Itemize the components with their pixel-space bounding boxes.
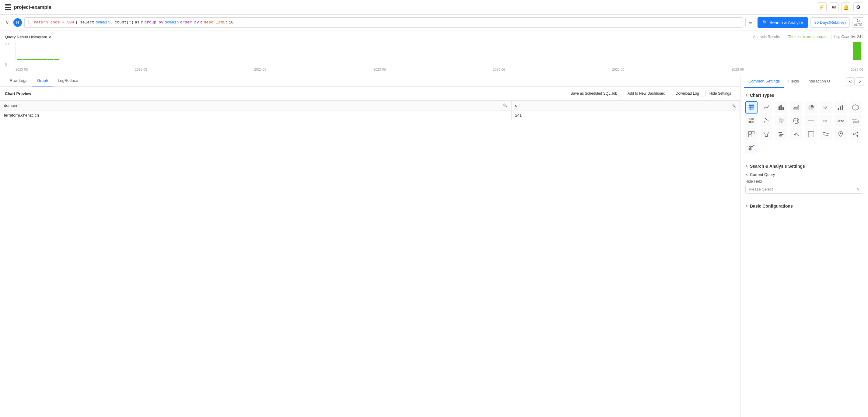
china-map-type[interactable] — [775, 115, 787, 127]
hexagon-chart-type[interactable] — [849, 101, 862, 114]
current-query-header[interactable]: ∧ Current Query — [745, 172, 863, 177]
search-col-domain[interactable]: 🔍 — [503, 103, 508, 108]
word-cloud-type[interactable]: wordcloud — [849, 115, 862, 127]
format-btn[interactable]: ☰ — [745, 18, 755, 27]
next-panel-btn[interactable]: > — [856, 77, 864, 86]
tab-raw-logs[interactable]: Raw Logs — [5, 75, 32, 86]
column-c: c ⇅ 🔍 — [511, 101, 740, 111]
search-analysis-header[interactable]: ∧ Search & Analysis Settings — [745, 164, 863, 169]
basic-config-title: Basic Configurations — [750, 204, 793, 208]
gantt-chart-type[interactable] — [775, 128, 787, 140]
table2-chart-type[interactable] — [805, 128, 817, 140]
chart-preview-header: Chart Preview Save as Scheduled SQL Job … — [0, 87, 740, 100]
sort-icon-c[interactable]: ⇅ — [518, 104, 521, 107]
search-col-c[interactable]: 🔍 — [731, 103, 736, 108]
settings-icon-btn[interactable]: ⚙ — [854, 2, 863, 12]
tab-interaction[interactable]: Interaction O — [803, 75, 834, 88]
query-pipe: | select — [75, 20, 94, 25]
column-chart-type[interactable] — [835, 101, 847, 114]
multi-value-type[interactable]: ⊞⊞ — [819, 115, 832, 127]
query-filter: return_code = 504 — [34, 20, 74, 25]
relation-chart-type[interactable] — [849, 128, 862, 140]
app-icon — [5, 4, 11, 10]
query-expand-btn[interactable]: ∨ — [4, 19, 11, 26]
histogram-section: Query Result Histogram ∨ Analysis Result… — [0, 30, 868, 75]
world-map-type[interactable] — [790, 115, 802, 127]
tab-common-settings[interactable]: Common Settings — [744, 75, 784, 88]
svg-point-46 — [857, 132, 859, 133]
svg-rect-37 — [778, 132, 782, 133]
svg-rect-34 — [752, 131, 754, 134]
log-quantity: Log Quantity: 241 — [834, 35, 863, 39]
main-content: Raw Logs Graph LogReduce Chart Preview S… — [0, 75, 868, 417]
tab-fields[interactable]: Fields — [784, 75, 803, 88]
svg-rect-33 — [749, 131, 751, 134]
histogram-title[interactable]: Query Result Histogram ∨ — [5, 35, 52, 39]
pie-chart-type[interactable] — [805, 101, 817, 114]
basic-config-header[interactable]: ∧ Basic Configurations — [745, 204, 863, 208]
gauge-chart-type[interactable] — [790, 128, 802, 140]
funnel-chart-type[interactable] — [760, 128, 772, 140]
dashboard-icon-btn[interactable]: ⚡ — [817, 2, 827, 12]
cell-domain: terraform.chenzc.cn — [0, 111, 512, 120]
hide-field-label: Hide Field — [745, 179, 863, 183]
line-number: 1 — [28, 20, 30, 25]
flow-chart-type[interactable] — [835, 115, 847, 127]
sankey-chart-type[interactable] — [819, 128, 832, 140]
download-log-btn[interactable]: Download Log — [672, 90, 703, 97]
svg-text:⊞⊞: ⊞⊞ — [823, 119, 827, 122]
svg-rect-17 — [751, 121, 753, 123]
svg-rect-11 — [840, 106, 841, 110]
heatmap-chart-type[interactable] — [745, 115, 757, 127]
mail-icon-btn[interactable]: ✉ — [829, 2, 839, 12]
chart-types-header[interactable]: ∧ Chart Types — [745, 93, 863, 98]
prev-panel-btn[interactable]: < — [846, 77, 855, 86]
tab-logreduce[interactable]: LogReduce — [53, 75, 83, 86]
single-value-type[interactable] — [805, 115, 817, 127]
line-chart-type[interactable] — [760, 101, 772, 114]
hide-field-select[interactable]: Please Select ∨ — [745, 185, 863, 193]
histogram-header: Query Result Histogram ∨ Analysis Result… — [5, 34, 863, 39]
svg-point-47 — [857, 135, 859, 137]
map-pin-chart-type[interactable] — [835, 128, 847, 140]
svg-rect-39 — [779, 136, 781, 137]
save-scheduled-btn[interactable]: Save as Scheduled SQL Job — [567, 90, 621, 97]
auto-refresh-button[interactable]: ↻ AUTO — [852, 17, 864, 28]
results-accurate-text: The results are accurate. — [788, 35, 829, 39]
top-actions: ⚡ ✉ 🔔 ⚙ — [817, 2, 863, 12]
sort-icon-domain[interactable]: ⇅ — [18, 104, 21, 107]
svg-rect-1 — [749, 105, 754, 107]
current-query-section: ∧ Current Query Hide Field Please Select… — [745, 172, 863, 193]
add-dashboard-btn[interactable]: Add to New Dashboard — [624, 90, 669, 97]
number-chart-type[interactable]: 12 — [819, 101, 832, 114]
right-panel-nav: < > — [846, 77, 864, 86]
histogram-y-labels: 200 0 — [5, 42, 14, 66]
query-input[interactable]: 1 return_code = 504 | select domain , co… — [24, 17, 743, 28]
please-select-text: Please Select — [749, 187, 773, 191]
table-chart-type[interactable] — [745, 101, 757, 114]
histogram-chart: 200 0 — [5, 42, 863, 66]
svg-point-21 — [765, 118, 766, 119]
data-table: domain ⇅ 🔍 c ⇅ 🔍 — [0, 100, 740, 417]
bell-icon-btn[interactable]: 🔔 — [841, 2, 851, 12]
svg-text:cloud: cloud — [853, 121, 859, 123]
combo-chart-type[interactable] — [745, 142, 757, 154]
histogram-x-labels: 2023-05 2023-05 2023-05 2023-05 2023-06 … — [16, 67, 863, 71]
right-panel-tabs: Common Settings Fields Interaction O < > — [741, 75, 868, 88]
svg-rect-35 — [749, 135, 751, 137]
analysis-results-tab[interactable]: Analysis Results — [750, 34, 782, 39]
histogram-bars — [16, 42, 863, 60]
search-analyze-button[interactable]: 🔍 Search & Analyze — [757, 17, 808, 28]
svg-point-20 — [768, 120, 769, 121]
search-icon: 🔍 — [763, 20, 768, 25]
tab-graph[interactable]: Graph — [32, 75, 53, 86]
time-range-button[interactable]: 30 Days(Relative) — [810, 17, 850, 28]
grid-chart-type[interactable] — [745, 128, 757, 140]
svg-rect-15 — [751, 118, 753, 120]
area-chart-type[interactable] — [790, 101, 802, 114]
svg-point-45 — [853, 133, 855, 135]
scatter-chart-type[interactable] — [760, 115, 772, 127]
svg-point-19 — [766, 119, 767, 121]
hide-settings-btn[interactable]: Hide Settings — [706, 90, 735, 97]
bar-chart-type[interactable] — [775, 101, 787, 114]
